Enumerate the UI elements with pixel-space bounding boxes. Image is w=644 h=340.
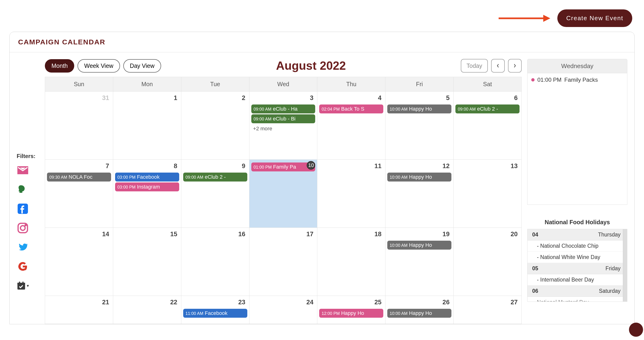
- day-header: Thu: [317, 77, 386, 91]
- next-month-button[interactable]: [508, 59, 522, 72]
- day-number: 12: [387, 162, 452, 172]
- calendar-cell[interactable]: 31: [45, 91, 113, 160]
- calendar-event[interactable]: 03:00 PMFacebook: [115, 172, 179, 182]
- calendar-event[interactable]: 01:00 PMFamily Pa: [251, 162, 316, 172]
- day-number: 16: [183, 230, 248, 240]
- calendar-event[interactable]: 10:00 AMHappy Ho: [387, 309, 452, 318]
- holiday-item[interactable]: National Mustard Day: [528, 297, 627, 302]
- holiday-item[interactable]: - National Chocolate Chip: [528, 240, 627, 252]
- day-number: 31: [46, 94, 112, 104]
- side-day-body: 01:00 PM Family Packs: [527, 73, 627, 205]
- calendar-event[interactable]: 12:00 PMHappy Ho: [319, 309, 383, 318]
- day-header: Sat: [454, 77, 522, 91]
- day-number: 2: [183, 94, 248, 104]
- calendar-event[interactable]: 09:00 AMeClub - Ha: [251, 104, 316, 114]
- calendar-cell[interactable]: 2610:00 AMHappy Ho: [386, 296, 454, 324]
- event-dot-icon: [531, 78, 534, 82]
- filter-instagram-icon[interactable]: [17, 222, 29, 234]
- day-number: 5: [387, 94, 452, 104]
- holidays-scrollbar[interactable]: [623, 229, 627, 302]
- calendar-cell[interactable]: 909:00 AMeClub 2 -: [181, 160, 250, 228]
- calendar-cell[interactable]: 14: [45, 228, 113, 296]
- day-header: Mon: [113, 77, 181, 91]
- calendar-cell[interactable]: 2512:00 PMHappy Ho: [317, 296, 386, 324]
- day-number: 15: [114, 230, 180, 240]
- svg-rect-9: [22, 282, 24, 284]
- calendar-cell[interactable]: 21: [45, 296, 113, 324]
- day-number: 8: [114, 162, 180, 172]
- day-number: 22: [114, 298, 180, 308]
- calendar-cell[interactable]: 402:04 PMBack To S: [317, 91, 386, 160]
- calendar-cell[interactable]: 17: [250, 228, 318, 296]
- view-week-button[interactable]: Week View: [78, 59, 120, 72]
- calendar-event[interactable]: 10:00 AMHappy Ho: [387, 104, 452, 114]
- calendar-cell[interactable]: 11: [317, 160, 386, 228]
- calendar-cell[interactable]: 709:30 AMNOLA Foc: [45, 160, 113, 228]
- calendar-event[interactable]: 10:00 AMHappy Ho: [387, 241, 452, 250]
- chevron-down-icon: ▾: [27, 283, 29, 288]
- calendar-cell[interactable]: 2311:00 AMFacebook: [181, 296, 250, 324]
- calendar-event[interactable]: 03:00 PMInstagram: [115, 182, 179, 191]
- filter-google-icon[interactable]: [17, 260, 29, 272]
- calendar-event[interactable]: 09:00 AMeClub - Bi: [251, 114, 316, 123]
- holiday-item[interactable]: - National White Wine Day: [528, 252, 627, 263]
- calendar-cell[interactable]: 510:00 AMHappy Ho: [386, 91, 454, 160]
- view-day-button[interactable]: Day View: [123, 59, 161, 72]
- calendar-cell[interactable]: 1001:00 PMFamily Pa: [250, 160, 318, 228]
- prev-month-button[interactable]: [491, 59, 505, 72]
- calendar-cell[interactable]: 609:00 AMeClub 2 -: [454, 91, 522, 160]
- calendar-event[interactable]: 09:30 AMNOLA Foc: [47, 172, 111, 182]
- day-number: 1: [114, 94, 180, 104]
- campaign-calendar-panel: CAMPAIGN CALENDAR Filters: ▾: [10, 32, 634, 324]
- calendar-cell[interactable]: 27: [454, 296, 522, 324]
- calendar-cell[interactable]: 24: [250, 296, 318, 324]
- filter-facebook-icon[interactable]: [17, 203, 29, 215]
- calendar-event[interactable]: 10:00 AMHappy Ho: [387, 172, 452, 182]
- calendar-grid: SunMonTueWedThuFriSat 3112309:00 AMeClub…: [45, 77, 522, 324]
- svg-marker-1: [543, 15, 550, 22]
- calendar-cell[interactable]: 18: [317, 228, 386, 296]
- day-number: 27: [455, 298, 520, 308]
- day-number: 25: [319, 298, 384, 308]
- calendar-title: August 2022: [276, 59, 346, 72]
- calendar-cell[interactable]: 20: [454, 228, 522, 296]
- day-header: Tue: [181, 77, 250, 91]
- holiday-item[interactable]: - International Beer Day: [528, 274, 627, 286]
- day-number: 18: [319, 230, 384, 240]
- calendar-event[interactable]: 09:00 AMeClub 2 -: [183, 172, 247, 182]
- calendar-cell[interactable]: 309:00 AMeClub - Ha09:00 AMeClub - Bi+2 …: [250, 91, 318, 160]
- filter-calendar-icon[interactable]: ▾: [17, 280, 29, 292]
- day-number: 7: [46, 162, 112, 172]
- calendar-event[interactable]: 02:04 PMBack To S: [319, 104, 383, 114]
- day-number: 6: [455, 94, 520, 104]
- calendar-cell[interactable]: 2: [181, 91, 250, 160]
- day-number: 21: [46, 298, 112, 308]
- filter-twitter-icon[interactable]: [17, 241, 29, 253]
- calendar-cell[interactable]: 15: [113, 228, 181, 296]
- day-number: 4: [319, 94, 384, 104]
- calendar-event[interactable]: 11:00 AMFacebook: [183, 309, 247, 318]
- svg-point-4: [20, 226, 25, 230]
- fab-button[interactable]: [629, 322, 643, 337]
- calendar-cell[interactable]: 16: [181, 228, 250, 296]
- view-month-button[interactable]: Month: [45, 59, 74, 72]
- holiday-date-row: 05Friday: [528, 263, 627, 274]
- calendar-cell[interactable]: 1: [113, 91, 181, 160]
- more-events-link[interactable]: +2 more: [251, 124, 316, 133]
- panel-title: CAMPAIGN CALENDAR: [18, 38, 626, 46]
- calendar-cell[interactable]: 1910:00 AMHappy Ho: [386, 228, 454, 296]
- filter-email-icon[interactable]: [17, 164, 29, 176]
- filter-brain-icon[interactable]: [17, 184, 29, 196]
- today-button[interactable]: Today: [461, 59, 488, 72]
- filters-label: Filters:: [17, 153, 42, 160]
- day-number: 11: [319, 162, 384, 172]
- day-number: 3: [251, 94, 316, 104]
- calendar-cell[interactable]: 803:00 PMFacebook03:00 PMInstagram: [113, 160, 181, 228]
- calendar-cell[interactable]: 13: [454, 160, 522, 228]
- side-event[interactable]: 01:00 PM Family Packs: [531, 76, 623, 83]
- create-new-event-button[interactable]: Create New Event: [557, 10, 632, 27]
- calendar-event[interactable]: 09:00 AMeClub 2 -: [456, 104, 520, 114]
- holiday-date-row: 04Thursday: [528, 229, 627, 240]
- calendar-cell[interactable]: 1210:00 AMHappy Ho: [386, 160, 454, 228]
- calendar-cell[interactable]: 22: [113, 296, 181, 324]
